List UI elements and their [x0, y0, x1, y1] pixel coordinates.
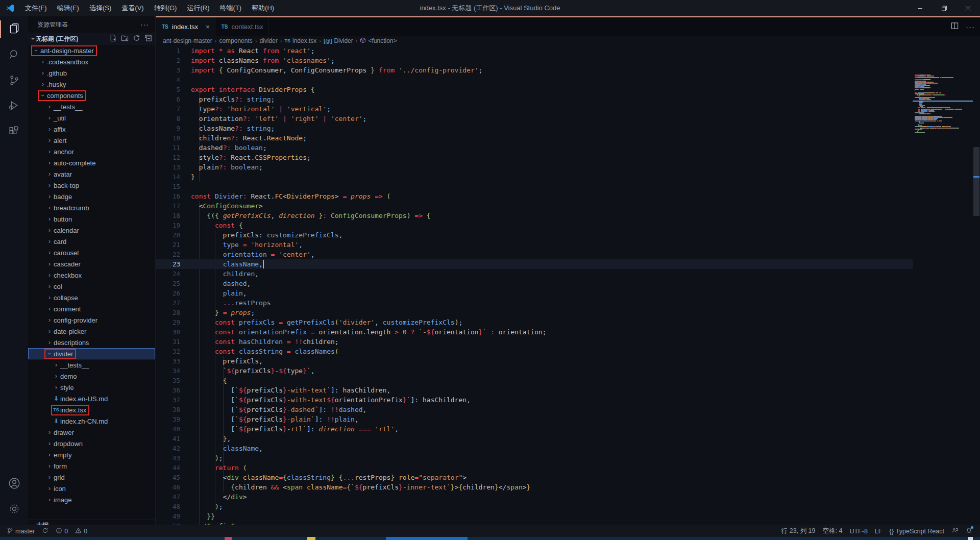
status-feedback[interactable]	[948, 525, 962, 537]
breadcrumb-item[interactable]: TSindex.tsx	[284, 37, 316, 44]
code-line[interactable]: 44 return (	[156, 463, 913, 473]
new-folder-icon[interactable]	[121, 34, 129, 43]
status-LF[interactable]: LF	[871, 525, 886, 537]
tree-item-divider[interactable]: ›divider	[28, 348, 155, 359]
code-line[interactable]: 43 );	[156, 453, 913, 463]
code-line[interactable]: 24 children,	[156, 269, 913, 279]
code-line[interactable]: 19 const {	[156, 220, 913, 230]
split-editor-icon[interactable]	[951, 22, 959, 32]
code-line[interactable]: 23 className,	[156, 259, 913, 269]
code-line[interactable]: 26 plain,	[156, 288, 913, 298]
taskbar-app-segment[interactable]	[386, 537, 468, 540]
code-line[interactable]: 36 [`${prefixCls}-with-text`]: hasChildr…	[156, 385, 913, 395]
menu-item[interactable]: 选择(S)	[84, 0, 116, 16]
search-icon[interactable]	[0, 42, 28, 67]
code-line[interactable]: 7 type?: 'horizontal' | 'vertical';	[156, 104, 913, 114]
code-line[interactable]: 39 [`${prefixCls}-plain`]: !!plain,	[156, 414, 913, 424]
status-UTF8[interactable]: UTF-8	[846, 525, 871, 537]
tree-item-image[interactable]: ›image	[28, 494, 155, 505]
tree-item-github[interactable]: ›.github	[28, 67, 155, 79]
menu-item[interactable]: 帮助(H)	[247, 0, 279, 16]
code-line[interactable]: 3import { ConfigConsumer, ConfigConsumer…	[156, 65, 913, 75]
tree-item-cascader[interactable]: ›cascader	[28, 258, 155, 269]
breadcrumb-item[interactable]: [@]Divider	[324, 37, 353, 44]
tree-item-avatar[interactable]: ›avatar	[28, 168, 155, 180]
code-line[interactable]: 33 prefixCls,	[156, 356, 913, 366]
code-line[interactable]: 18 {({ getPrefixCls, direction }: Config…	[156, 211, 913, 220]
tab-close-icon[interactable]: ×	[206, 23, 210, 31]
maximize-icon[interactable]	[932, 0, 956, 16]
tree-item-drawer[interactable]: ›drawer	[28, 427, 155, 438]
tree-item-husky[interactable]: ›.husky	[28, 79, 155, 90]
tree-item-descriptions[interactable]: ›descriptions	[28, 337, 155, 348]
code-line[interactable]: 45 <div className={classString} {...rest…	[156, 473, 913, 482]
menu-item[interactable]: 编辑(E)	[52, 0, 84, 16]
tree-item-col[interactable]: ›col	[28, 281, 155, 292]
tree-item-components[interactable]: ›components	[28, 90, 155, 101]
code-line[interactable]: 32 const classString = classNames(	[156, 347, 913, 356]
source-control-icon[interactable]	[0, 67, 28, 93]
code-line[interactable]: 2import classNames from 'classnames';	[156, 56, 913, 65]
minimap[interactable]	[913, 75, 973, 525]
tree-item-alert[interactable]: ›alert	[28, 135, 155, 146]
tree-item-checkbox[interactable]: ›checkbox	[28, 269, 155, 281]
code-line[interactable]: 11 dashed?: boolean;	[156, 143, 913, 153]
code-line[interactable]: 12 style?: React.CSSProperties;	[156, 153, 913, 162]
code-line[interactable]: 29 const prefixCls = getPrefixCls('divid…	[156, 317, 913, 327]
breadcrumb-item[interactable]: divider	[259, 37, 277, 44]
code-line[interactable]: 49 }}	[156, 511, 913, 521]
status-行23列19[interactable]: 行 23, 列 19	[778, 525, 819, 537]
tree-item-comment[interactable]: ›comment	[28, 303, 155, 314]
scrollbar-thumb[interactable]	[973, 147, 979, 216]
status-branch[interactable]: master	[3, 525, 38, 537]
code-line[interactable]: 30 const orientationPrefix = orientation…	[156, 327, 913, 337]
code-line[interactable]: 48 );	[156, 502, 913, 511]
code-line[interactable]: 22 orientation = 'center',	[156, 250, 913, 259]
workspace-header[interactable]: › 无标题 (工作区)	[28, 33, 155, 45]
code-line[interactable]: 20 prefixCls: customizePrefixCls,	[156, 230, 913, 240]
collapse-all-icon[interactable]	[144, 34, 152, 43]
tree-item-indextsx[interactable]: TSindex.tsx	[28, 404, 155, 415]
tree-item-codesandbox[interactable]: ›.codesandbox	[28, 56, 155, 67]
sidebar-section-outline[interactable]: ›大纲	[28, 520, 155, 525]
code-line[interactable]: 1import * as React from 'react';	[156, 46, 913, 56]
status-warning[interactable]: 0	[71, 525, 91, 537]
menu-item[interactable]: 文件(F)	[20, 0, 52, 16]
code-line[interactable]: 8 orientation?: 'left' | 'right' | 'cent…	[156, 114, 913, 124]
tree-item-indexen-USmd[interactable]: ⬇index.en-US.md	[28, 393, 155, 404]
tree-item-back-top[interactable]: ›back-top	[28, 180, 155, 191]
code-line[interactable]: 10 children?: React.ReactNode;	[156, 133, 913, 143]
tree-item-__tests__[interactable]: ›__tests__	[28, 101, 155, 112]
code-line[interactable]: 13 plain?: boolean;	[156, 162, 913, 172]
tree-item-__tests__[interactable]: ›__tests__	[28, 359, 155, 371]
menu-item[interactable]: 转到(G)	[149, 0, 182, 16]
tree-item-calendar[interactable]: ›calendar	[28, 225, 155, 236]
minimize-icon[interactable]	[908, 0, 932, 16]
code-line[interactable]: 31 const hasChildren = !!children;	[156, 337, 913, 347]
tree-item-auto-complete[interactable]: ›auto-complete	[28, 157, 155, 168]
code-line[interactable]: 9 className?: string;	[156, 124, 913, 133]
sidebar-more-icon[interactable]: ···	[140, 20, 149, 29]
status-sync[interactable]	[38, 525, 52, 537]
tree-item-card[interactable]: ›card	[28, 236, 155, 247]
code-line[interactable]: 28 } = props;	[156, 308, 913, 317]
tree-item-demo[interactable]: ›demo	[28, 371, 155, 382]
code-line[interactable]: 16const Divider: React.FC<DividerProps> …	[156, 191, 913, 201]
tree-item-indexzh-CNmd[interactable]: ⬇index.zh-CN.md	[28, 415, 155, 427]
breadcrumb-item[interactable]: components	[219, 37, 252, 44]
tree-item-dropdown[interactable]: ›dropdown	[28, 438, 155, 449]
code-line[interactable]: 17 <ConfigConsumer>	[156, 201, 913, 211]
code-line[interactable]: 15	[156, 182, 913, 191]
tree-item-button[interactable]: ›button	[28, 213, 155, 225]
tree-item-breadcrumb[interactable]: ›breadcrumb	[28, 202, 155, 213]
menu-item[interactable]: 查看(V)	[116, 0, 149, 16]
taskbar-app-segment[interactable]	[307, 537, 315, 540]
tree-item-icon[interactable]: ›icon	[28, 483, 155, 494]
status-braces[interactable]: {}TypeScript React	[886, 525, 948, 537]
taskbar-app-segment[interactable]	[225, 537, 232, 540]
tree-item-collapse[interactable]: ›collapse	[28, 292, 155, 303]
tree-item-grid[interactable]: ›grid	[28, 472, 155, 483]
tree-item-carousel[interactable]: ›carousel	[28, 247, 155, 258]
code-line[interactable]: 27 ...restProps	[156, 298, 913, 308]
files-icon[interactable]	[0, 16, 28, 42]
